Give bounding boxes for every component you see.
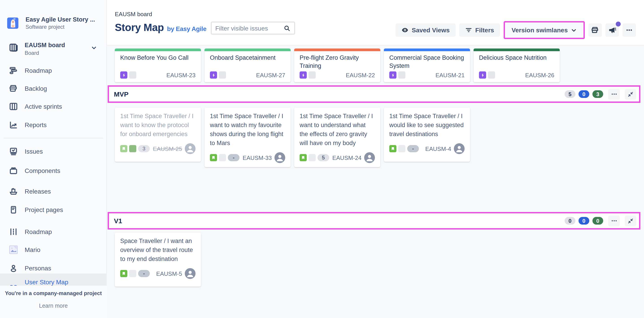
status-placeholder — [129, 71, 136, 79]
notification-dot — [616, 22, 621, 27]
breadcrumb[interactable]: EAUSM board — [115, 11, 152, 18]
epic-card[interactable]: Know Before You Go Call EAUSM-23 — [115, 49, 201, 82]
personas-icon — [9, 264, 18, 273]
status-square — [398, 145, 406, 152]
story-type-icon — [210, 154, 217, 161]
header-actions: Saved Views Filters Version swimlanes — [396, 21, 636, 39]
filter-input[interactable] — [212, 25, 282, 32]
roadmap-icon — [9, 66, 18, 75]
top-bar: EAUSM board Story Mapby Easy Agile Saved… — [107, 0, 644, 45]
epic-row: Know Before You Go Call EAUSM-23 Onboard… — [115, 49, 560, 82]
sidebar-divider — [4, 138, 103, 138]
count-badge-todo: 0 — [564, 217, 576, 225]
issue-key: EAUSM-25 — [153, 145, 182, 152]
epic-type-icon — [389, 71, 396, 79]
epic-color-bar — [474, 49, 560, 51]
story-row-v1: Space Traveller / I want an overview of … — [115, 233, 201, 286]
swimlane-name: MVP — [114, 90, 128, 98]
components-icon — [9, 166, 18, 175]
sidebar-footer: You're in a company-managed project Lear… — [0, 286, 107, 318]
estimate-badge: 5 — [318, 154, 329, 161]
assignee-avatar — [454, 143, 464, 154]
sidebar-item-releases[interactable]: Releases — [0, 182, 107, 200]
releases-icon — [9, 187, 18, 196]
swimlane-collapse-button[interactable] — [625, 215, 636, 226]
swimlane-more-button[interactable] — [608, 89, 620, 99]
estimate-badge: - — [228, 154, 240, 161]
board-item-sublabel: Board — [25, 50, 39, 56]
issues-icon — [9, 147, 18, 156]
epic-color-bar — [204, 49, 290, 51]
announcements-button[interactable] — [606, 23, 619, 37]
epic-card[interactable]: Pre-flight Zero Gravity Training EAUSM-2… — [294, 49, 380, 82]
estimate-badge: - — [138, 270, 150, 277]
eye-icon — [402, 27, 408, 34]
epic-color-bar — [115, 49, 201, 51]
status-placeholder — [219, 71, 226, 79]
epic-card[interactable]: Commercial Space Booking System EAUSM-21 — [384, 49, 470, 82]
chevron-down-icon — [571, 27, 577, 33]
issue-key: EAUSM-4 — [425, 145, 451, 152]
more-icon — [626, 27, 633, 34]
estimate-badge: - — [407, 145, 419, 152]
sidebar-item-backlog[interactable]: Backlog — [0, 80, 107, 97]
epic-color-bar — [384, 49, 470, 51]
swimlane-collapse-button[interactable] — [625, 89, 636, 99]
main-area: EAUSM board Story Mapby Easy Agile Saved… — [107, 0, 644, 318]
sidebar: Easy Agile User Story ... Software proje… — [0, 0, 107, 318]
project-name-block: Easy Agile User Story ... Software proje… — [26, 16, 95, 30]
story-card[interactable]: Space Traveller / I want an overview of … — [115, 233, 201, 286]
board-area: Know Before You Go Call EAUSM-23 Onboard… — [107, 45, 644, 318]
backlog-panel-button[interactable] — [588, 23, 602, 37]
assignee-avatar — [274, 152, 285, 163]
swimlane-more-button[interactable] — [608, 215, 620, 226]
project-header[interactable]: Easy Agile User Story ... Software proje… — [7, 16, 95, 30]
story-card[interactable]: 1st Time Space Traveller / I want to und… — [294, 108, 380, 167]
board-icon — [9, 43, 18, 53]
annotation-highlight-swimlane-v1: V1 0 0 0 — [108, 212, 640, 230]
story-type-icon — [389, 145, 396, 152]
epic-type-icon — [300, 71, 307, 79]
story-card[interactable]: 1st Time Space Traveller / I want to wat… — [204, 108, 290, 167]
sidebar-item-user-story-map[interactable]: User Story Map — [0, 273, 107, 286]
epic-card[interactable]: Onboard Spacetainment EAUSM-27 — [204, 49, 290, 82]
status-square — [219, 154, 226, 161]
swimlane-header-v1[interactable]: V1 0 0 0 — [109, 213, 639, 228]
saved-views-button[interactable]: Saved Views — [396, 23, 456, 37]
sidebar-item-roadmap[interactable]: Roadmap — [0, 62, 107, 80]
more-options-button[interactable] — [622, 23, 636, 37]
filters-button[interactable]: Filters — [459, 23, 500, 37]
sidebar-item-mario[interactable]: Mario — [0, 241, 107, 259]
epic-card[interactable]: Delicious Space Nutrition EAUSM-26 — [474, 49, 560, 82]
swimlane-selector-button[interactable]: Version swimlanes — [506, 23, 582, 37]
sidebar-item-components[interactable]: Components — [0, 162, 107, 180]
story-type-icon — [120, 270, 127, 277]
learn-more-link[interactable]: Learn more — [39, 303, 68, 309]
sidebar-item-issues[interactable]: Issues — [0, 142, 107, 160]
road-icon — [9, 227, 18, 236]
story-card[interactable]: 1st Time Space Traveller / I would like … — [384, 108, 470, 162]
sidebar-item-project-pages[interactable]: Project pages — [0, 201, 107, 219]
project-type: Software project — [26, 24, 95, 30]
issue-key: EAUSM-24 — [332, 154, 362, 161]
issue-key: EAUSM-23 — [166, 72, 196, 78]
story-map-app: Easy Agile User Story ... Software proje… — [0, 0, 644, 318]
stack-icon — [591, 26, 599, 34]
story-card[interactable]: 1st Time Space Traveller / I want to kno… — [115, 108, 201, 162]
sidebar-item-reports[interactable]: Reports — [0, 116, 107, 134]
byline: by Easy Agile — [167, 25, 206, 32]
sidebar-item-roadmap-2[interactable]: Roadmap — [0, 223, 107, 241]
swimlane-header-mvp[interactable]: MVP 5 0 3 — [109, 87, 639, 101]
reports-icon — [9, 120, 18, 129]
project-name: Easy Agile User Story ... — [26, 16, 95, 23]
status-placeholder — [308, 71, 316, 79]
sidebar-item-active-sprints[interactable]: Active sprints — [0, 97, 107, 115]
estimate-badge: 3 — [138, 145, 150, 152]
sidebar-item-board[interactable]: EAUSM board Board — [0, 41, 107, 60]
active-sprints-icon — [9, 102, 18, 111]
epic-type-icon — [120, 71, 127, 79]
status-placeholder — [488, 71, 495, 79]
count-badge-inprogress: 0 — [578, 90, 589, 98]
issue-key: EAUSM-27 — [256, 72, 285, 78]
epic-color-bar — [294, 49, 380, 51]
